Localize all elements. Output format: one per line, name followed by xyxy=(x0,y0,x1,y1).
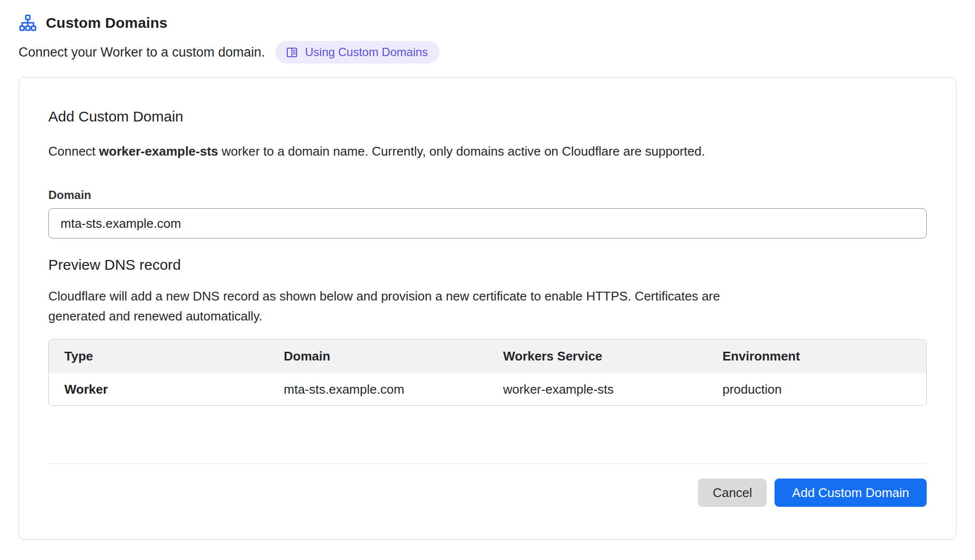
footer-divider xyxy=(48,463,927,464)
custom-domains-page: Custom Domains Connect your Worker to a … xyxy=(0,0,975,540)
docs-link-label: Using Custom Domains xyxy=(305,45,428,59)
preview-dns-heading: Preview DNS record xyxy=(48,256,927,274)
docs-link-badge[interactable]: Using Custom Domains xyxy=(276,41,439,63)
add-custom-domain-button[interactable]: Add Custom Domain xyxy=(775,479,927,507)
add-custom-domain-panel: Add Custom Domain Connect worker-example… xyxy=(19,77,956,540)
domain-input[interactable] xyxy=(48,208,927,239)
cell-workers-service: worker-example-sts xyxy=(488,373,707,405)
column-header-type: Type xyxy=(49,340,268,373)
column-header-environment: Environment xyxy=(707,340,926,373)
cell-environment: production xyxy=(707,373,926,405)
sitemap-icon xyxy=(19,14,38,32)
page-subtitle: Connect your Worker to a custom domain. xyxy=(19,45,265,60)
panel-heading: Add Custom Domain xyxy=(48,108,927,125)
dns-preview-table: Type Domain Workers Service Environment … xyxy=(48,339,927,406)
panel-description: Connect worker-example-sts worker to a d… xyxy=(48,143,927,160)
column-header-domain: Domain xyxy=(268,340,488,373)
page-header: Custom Domains Connect your Worker to a … xyxy=(19,14,956,63)
worker-name: worker-example-sts xyxy=(99,144,218,159)
footer-actions: Cancel Add Custom Domain xyxy=(48,479,927,507)
preview-dns-description: Cloudflare will add a new DNS record as … xyxy=(48,286,780,326)
cell-domain: mta-sts.example.com xyxy=(268,373,488,405)
column-header-workers-service: Workers Service xyxy=(488,340,707,373)
page-title: Custom Domains xyxy=(46,15,168,31)
cancel-button[interactable]: Cancel xyxy=(698,479,767,507)
open-book-icon xyxy=(285,46,298,59)
table-header-row: Type Domain Workers Service Environment xyxy=(49,340,926,373)
cell-type: Worker xyxy=(49,373,268,405)
domain-label: Domain xyxy=(48,188,927,202)
table-row: Worker mta-sts.example.com worker-exampl… xyxy=(49,373,926,405)
